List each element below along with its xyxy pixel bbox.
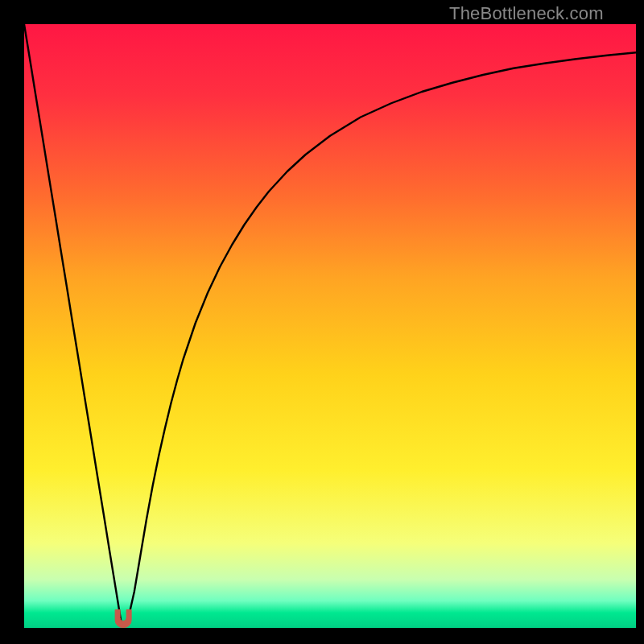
frame-right (636, 0, 644, 644)
gradient-background (24, 24, 636, 628)
frame-left (0, 0, 24, 644)
bottleneck-chart (0, 0, 644, 644)
attribution-label: TheBottleneck.com (449, 3, 604, 24)
frame-bottom (0, 628, 644, 644)
